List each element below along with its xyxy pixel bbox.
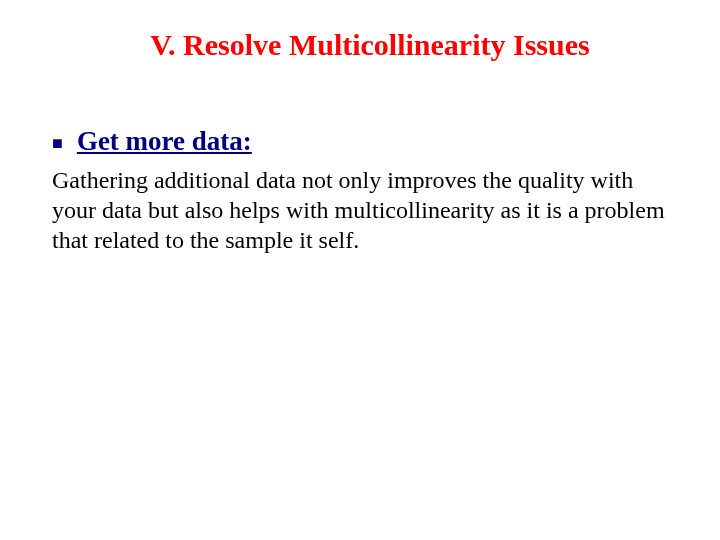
bullet-marker-icon: ■ (52, 134, 63, 152)
slide-title: V. Resolve Multicollinearity Issues (52, 28, 668, 62)
bullet-heading: Get more data: (77, 126, 252, 157)
bullet-body-text: Gathering additional data not only impro… (52, 165, 668, 255)
bullet-item: ■ Get more data: (52, 126, 668, 157)
slide-container: V. Resolve Multicollinearity Issues ■ Ge… (0, 0, 720, 540)
